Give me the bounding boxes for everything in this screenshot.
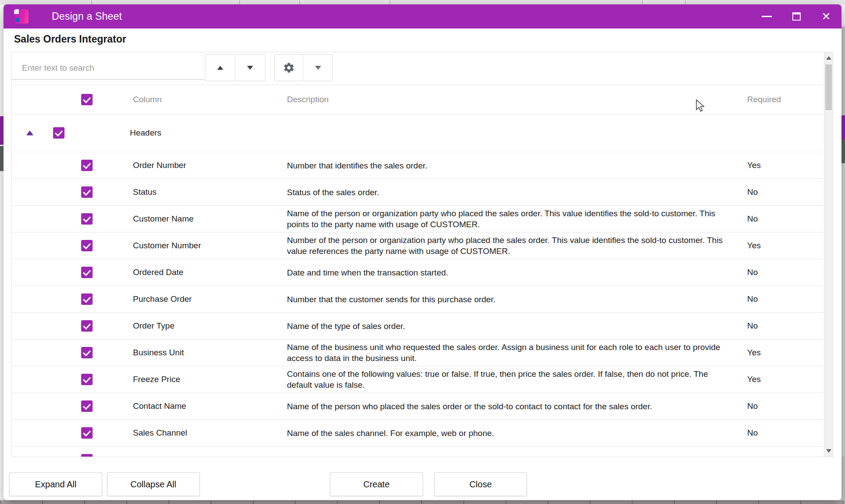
background-window-left [0,4,4,500]
row-required: No [747,268,758,277]
search-input[interactable] [11,57,204,80]
header-required: Required [747,95,781,104]
row-description: Name of the person who placed the sales … [287,401,732,412]
background-window-edge [642,0,643,4]
row-column-name: Order Type [133,321,282,331]
scroll-down-icon [826,449,831,453]
row-checkbox[interactable] [81,400,93,412]
row-checkbox[interactable] [81,427,93,439]
row-checkbox[interactable] [81,186,93,198]
row-description: Date and time when the transaction start… [287,267,732,278]
row-checkbox[interactable] [81,267,93,278]
row-checkbox[interactable] [81,347,93,358]
background-window-left [0,116,4,145]
background-window-right [841,115,845,139]
row-description: Number that identifies the sales order. [287,160,732,171]
row-column-name: Status [133,187,282,197]
row-column-name: Customer Name [133,214,282,224]
group-row-headers[interactable]: Headers [11,114,824,152]
row-column-name: Salesperson Name [133,455,282,457]
row-checkbox[interactable] [81,374,93,385]
table-row[interactable]: Customer Name Name of the person or orga… [11,206,824,232]
close-button[interactable]: ✕ [820,11,832,22]
scroll-down-button[interactable] [824,445,833,457]
table-row[interactable]: Status Status of the sales order. No [11,179,824,206]
table-row[interactable]: Sales Channel Name of the sales channel.… [11,420,824,447]
table-row[interactable]: Contact Name Name of the person who plac… [11,393,824,420]
scroll-up-icon [826,56,831,60]
background-window-left [0,146,4,171]
page-title: Sales Orders Integrator [14,33,126,45]
row-required: No [747,321,758,331]
background-window-edge [239,0,240,4]
row-column-name: Ordered Date [133,268,282,277]
row-required: No [747,187,758,197]
table-row[interactable]: Freeze Price Contains one of the followi… [11,366,824,393]
row-checkbox[interactable] [81,320,93,332]
window-controls: ✕ [761,4,832,29]
expand-all-button[interactable]: Expand All [9,472,102,496]
settings-dropdown-button[interactable] [303,55,332,81]
row-required: Yes [747,161,761,170]
row-required: No [747,294,758,304]
row-column-name: Contact Name [133,401,282,411]
row-description: Name of the type of sales order. [287,321,732,332]
background-window-edge [390,0,390,4]
row-checkbox[interactable] [81,213,93,225]
table-row[interactable]: Order Type Name of the type of sales ord… [11,313,824,340]
table-row[interactable]: Business Unit Name of the business unit … [11,340,824,366]
vertical-scrollbar[interactable] [824,52,833,457]
background-window-right [841,456,845,500]
background-window-edge [91,0,92,4]
row-required: Yes [747,348,761,357]
settings-group [274,54,333,81]
search-previous-button[interactable] [205,55,235,81]
row-column-name: Sales Channel [133,428,282,438]
scrollbar-thumb[interactable] [825,64,832,110]
app-icon-blue-square [15,18,19,22]
row-required: No [747,401,758,411]
table-row[interactable]: Purchase Order Number that the customer … [11,286,824,313]
row-description: Name of the primary sales person. [287,454,732,457]
search-navigation-group [205,54,265,81]
down-arrow-icon [247,66,253,70]
close-dialog-button[interactable]: Close [434,472,527,496]
close-icon: ✕ [822,11,831,22]
sheet-designer-panel: Column Description Required Headers Orde… [11,52,833,457]
background-window-right [841,163,845,456]
maximize-button[interactable] [791,11,802,22]
create-button[interactable]: Create [330,472,423,496]
table-row[interactable]: Ordered Date Date and time when the tran… [11,259,824,286]
gear-icon [283,62,295,74]
settings-button[interactable] [275,55,303,81]
table-row[interactable]: Customer Number Number of the person or … [11,232,824,259]
row-required: No [747,428,758,438]
row-checkbox[interactable] [81,160,93,171]
header-description: Description [287,95,329,104]
window-title: Design a Sheet [52,4,122,29]
row-description: Number that the customer sends for this … [287,294,732,305]
select-all-checkbox[interactable] [81,94,93,105]
row-required: No [747,214,758,224]
collapse-group-icon[interactable] [26,131,33,136]
minimize-button[interactable] [761,11,772,22]
row-checkbox[interactable] [81,454,93,457]
background-window-edge [299,0,300,4]
row-checkbox[interactable] [81,293,93,305]
search-next-button[interactable] [235,55,265,81]
row-required: Yes [747,375,761,384]
table-row[interactable]: Order Number Number that identifies the … [11,152,824,179]
scroll-up-button[interactable] [824,52,833,64]
row-checkbox[interactable] [81,240,93,251]
row-description: Name of the business unit who requested … [287,342,732,364]
background-window-right [841,139,845,163]
table-row[interactable]: Salesperson Name Name of the primary sal… [11,447,824,457]
row-column-name: Purchase Order [133,294,282,304]
row-column-name: Business Unit [133,348,282,357]
group-checkbox[interactable] [53,127,64,139]
collapse-all-button[interactable]: Collapse All [107,472,200,496]
maximize-icon [792,12,801,21]
app-icon [14,9,29,24]
app-icon-notch [14,9,19,14]
row-column-name: Freeze Price [133,375,282,384]
